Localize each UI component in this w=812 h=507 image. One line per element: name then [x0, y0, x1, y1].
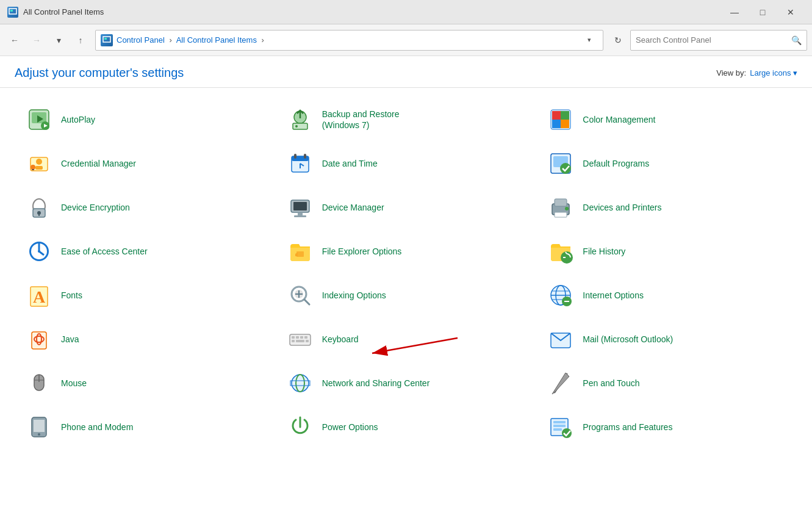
label-device-manager: Device Manager [322, 202, 384, 213]
svg-rect-17 [561, 120, 569, 128]
item-programs-features[interactable]: Programs and Features [536, 405, 797, 449]
svg-rect-76 [296, 340, 304, 342]
address-icon [101, 34, 113, 46]
item-network-sharing[interactable]: Network and Sharing Center [276, 361, 537, 405]
svg-point-89 [38, 433, 40, 436]
svg-rect-14 [552, 111, 561, 120]
up-button[interactable]: ↑ [71, 31, 90, 50]
item-credential-manager[interactable]: Credential Manager [15, 142, 276, 185]
label-mouse: Mouse [61, 378, 87, 389]
label-file-explorer: File Explorer Options [322, 246, 402, 257]
search-input[interactable] [636, 35, 791, 45]
label-devices-printers: Devices and Printers [583, 202, 661, 213]
item-java[interactable]: Java [15, 317, 276, 361]
item-autoplay[interactable]: AutoPlay [15, 98, 276, 142]
item-file-explorer[interactable]: File Explorer Options [276, 229, 537, 273]
item-devices-printers[interactable]: Devices and Printers [536, 185, 797, 229]
down-button[interactable]: ▾ [49, 31, 68, 50]
label-date-time: Date and Time [322, 158, 378, 169]
icon-devices-printers [546, 193, 575, 222]
label-power-options: Power Options [322, 422, 378, 433]
icon-mouse [24, 369, 54, 398]
item-keyboard[interactable]: Keyboard [276, 317, 537, 361]
items-grid: AutoPlayBackup and Restore (Windows 7)Co… [15, 98, 797, 449]
view-by-label: View by: [716, 68, 746, 77]
item-device-encryption[interactable]: Device Encryption [15, 185, 276, 229]
window-controls: — □ ✕ [720, 0, 805, 24]
svg-line-56 [304, 300, 309, 304]
item-file-history[interactable]: File History [536, 229, 797, 273]
item-ease-of-access[interactable]: Ease of Access Center [15, 229, 276, 273]
icon-fonts: A [24, 281, 54, 310]
svg-rect-39 [294, 215, 306, 217]
icon-indexing-options [286, 281, 315, 310]
label-internet-options: Internet Options [583, 290, 644, 301]
svg-rect-41 [555, 199, 567, 206]
svg-text:A: A [33, 287, 46, 306]
svg-rect-1 [10, 10, 13, 12]
content-header: Adjust your computer's settings View by:… [0, 56, 812, 88]
item-pen-touch[interactable]: Pen and Touch [536, 361, 797, 405]
minimize-button[interactable]: — [720, 0, 749, 24]
view-by-control: View by: Large icons ▾ [716, 68, 797, 77]
item-backup-restore[interactable]: Backup and Restore (Windows 7) [276, 98, 537, 142]
svg-rect-93 [553, 428, 562, 431]
item-power-options[interactable]: Power Options [276, 405, 537, 449]
icon-file-explorer [286, 237, 315, 266]
item-default-programs[interactable]: Default Programs [536, 142, 797, 185]
icon-programs-features [546, 412, 575, 442]
forward-button[interactable]: → [27, 31, 46, 50]
item-color-management[interactable]: Color Management [536, 98, 797, 142]
svg-point-21 [31, 165, 35, 170]
icon-internet-options [546, 281, 575, 310]
item-mail[interactable]: Mail (Microsoft Outlook) [536, 317, 797, 361]
item-internet-options[interactable]: Internet Options [536, 273, 797, 317]
title-bar: All Control Panel Items — □ ✕ [0, 0, 812, 24]
icon-pen-touch [546, 369, 575, 398]
search-box[interactable]: 🔍 [630, 30, 807, 51]
view-by-value[interactable]: Large icons ▾ [750, 68, 797, 77]
page-title: Adjust your computer's settings [15, 66, 184, 80]
svg-rect-72 [296, 336, 299, 339]
icon-file-history [546, 237, 575, 266]
label-backup-restore: Backup and Restore (Windows 7) [322, 109, 400, 131]
icon-autoplay [24, 105, 54, 134]
back-button[interactable]: ← [5, 31, 24, 50]
svg-point-31 [560, 163, 571, 174]
label-programs-features: Programs and Features [583, 422, 672, 433]
svg-rect-91 [553, 421, 566, 423]
item-indexing-options[interactable]: Indexing Options [276, 273, 537, 317]
label-color-management: Color Management [583, 114, 655, 125]
item-date-time[interactable]: Date and Time [276, 142, 537, 185]
svg-point-19 [36, 159, 42, 165]
close-button[interactable]: ✕ [777, 0, 805, 24]
svg-rect-88 [34, 420, 45, 432]
icon-device-encryption [24, 193, 54, 222]
item-mouse[interactable]: Mouse [15, 361, 276, 405]
address-bar[interactable]: Control Panel › All Control Panel Items … [95, 30, 603, 51]
icon-default-programs [546, 149, 575, 178]
item-device-manager[interactable]: Device Manager [276, 185, 537, 229]
item-fonts[interactable]: AFonts [15, 273, 276, 317]
item-phone-modem[interactable]: Phone and Modem [15, 405, 276, 449]
icon-color-management [546, 105, 575, 134]
icon-device-manager [286, 193, 315, 222]
maximize-button[interactable]: □ [749, 0, 777, 24]
svg-rect-11 [293, 123, 307, 129]
svg-rect-74 [304, 336, 307, 339]
icon-date-time [286, 149, 315, 178]
window-title: All Control Panel Items [23, 7, 720, 16]
breadcrumb-allitems[interactable]: All Control Panel Items [176, 35, 257, 45]
breadcrumb-controlpanel[interactable]: Control Panel [117, 35, 165, 45]
svg-rect-75 [292, 340, 295, 342]
label-file-history: File History [583, 246, 625, 257]
icon-mail [546, 325, 575, 354]
nav-bar: ← → ▾ ↑ Control Panel › All Control Pane… [0, 24, 812, 56]
address-dropdown[interactable]: ▾ [581, 31, 598, 50]
svg-rect-25 [294, 154, 296, 159]
svg-rect-26 [304, 154, 306, 159]
refresh-button[interactable]: ↻ [608, 31, 628, 50]
label-autoplay: AutoPlay [61, 114, 95, 125]
svg-point-43 [565, 207, 569, 210]
svg-rect-3 [104, 38, 107, 40]
